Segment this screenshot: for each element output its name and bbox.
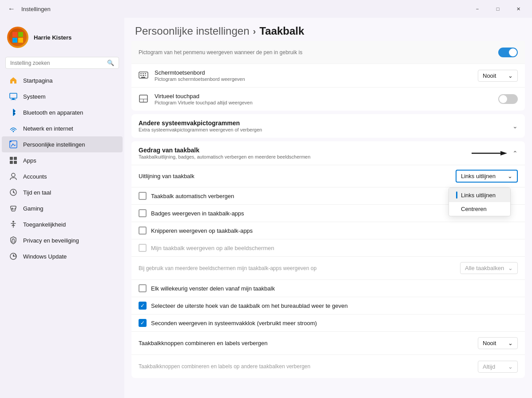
svg-point-16 <box>15 208 16 209</box>
svg-point-7 <box>13 131 14 132</box>
sidebar: Harrie Kisters 🔍 Startpagina <box>0 18 124 398</box>
breadcrumb-current: Taakbalk <box>259 25 304 37</box>
checkbox-knipperen-input[interactable] <box>139 227 147 235</box>
touchpad-title: Virtueel touchpad <box>155 93 253 100</box>
maximize-button[interactable]: □ <box>488 2 508 16</box>
back-button[interactable]: ← <box>5 3 18 15</box>
selection-indicator <box>456 191 457 199</box>
personalize-icon <box>9 140 18 149</box>
chevron-down-icon: ⌄ <box>512 123 518 130</box>
chevron-down-icon: ⌄ <box>508 72 513 79</box>
meerdere-dropdown[interactable]: Alle taakbalken ⌄ <box>460 262 518 274</box>
meerdere-dropdown-row: Bij gebruik van meerdere beeldschermen m… <box>131 257 525 280</box>
checkbox-venster-input[interactable] <box>139 284 147 292</box>
search-box[interactable]: 🔍 <box>5 57 119 69</box>
main-layout: Harrie Kisters 🔍 Startpagina <box>0 18 532 398</box>
andere-sectie-header[interactable]: Andere systeemvakpictogrammen Extra syst… <box>131 114 525 138</box>
sidebar-item-netwerk[interactable]: Netwerk en internet <box>2 120 123 136</box>
svg-rect-28 <box>141 77 145 78</box>
svg-rect-27 <box>145 75 146 76</box>
minimize-button[interactable]: − <box>467 2 488 16</box>
andere-sectie-card: Andere systeemvakpictogrammen Extra syst… <box>131 114 525 138</box>
content-scroll: Pictogram van het penmenu weergeven wann… <box>124 41 532 398</box>
touchpad-icon <box>139 94 149 104</box>
checkbox-badges-input[interactable] <box>139 209 147 217</box>
sidebar-item-apps[interactable]: Apps <box>2 152 123 168</box>
option-links[interactable]: Links uitlijnen <box>449 188 510 202</box>
checkbox-venster-label: Elk willekeurig venster delen vanaf mijn… <box>151 285 275 292</box>
schermtoetsenbord-row: Schermtoetsenbord Pictogram schermtoetse… <box>131 64 525 88</box>
checkbox-hoek-input[interactable]: ✓ <box>139 302 147 310</box>
apps-icon <box>9 156 18 165</box>
andere-sectie-desc: Extra systeemvakpictogrammen weergeven o… <box>139 127 262 132</box>
combineren1-row: Taakbalkknoppen combineren en labels ver… <box>131 332 525 355</box>
checkbox-meerdere-input[interactable] <box>139 244 147 252</box>
schermtoetsenbord-dropdown[interactable]: Nooit ⌄ <box>478 70 518 82</box>
schermtoetsenbord-title: Schermtoetsenbord <box>155 69 245 76</box>
top-settings-card: Pictogram van het penmenu weergeven wann… <box>131 41 525 111</box>
checkbox-verbergen-input[interactable] <box>139 192 147 200</box>
svg-rect-6 <box>11 100 16 100</box>
sidebar-item-tijd[interactable]: Tijd en taal <box>2 184 123 200</box>
uitlijning-dropdown[interactable]: Links uitlijnen ⌄ <box>456 170 518 183</box>
svg-point-18 <box>12 221 14 223</box>
meerdere-dropdown-label: Bij gebruik van meerdere beeldschermen m… <box>139 265 317 271</box>
uitlijning-dropdown-menu: Links uitlijnen Centreren <box>449 187 511 216</box>
penmenu-title: Pictogram van het penmenu weergeven wann… <box>139 49 302 56</box>
sidebar-item-gaming[interactable]: Gaming <box>2 200 123 216</box>
svg-rect-19 <box>12 240 15 242</box>
arrow-indicator <box>472 149 507 158</box>
combineren2-row: Taakbalkknoppen combineren en labels op … <box>131 355 525 378</box>
uitlijning-row: Uitlijning van taakbalk Links uitlijnen … <box>131 165 525 187</box>
sidebar-item-accounts[interactable]: Accounts <box>2 168 123 184</box>
checkbox-knipperen: Knipperen weergeven op taakbalk-apps <box>131 222 525 239</box>
avatar <box>7 27 28 48</box>
touchpad-toggle[interactable] <box>498 94 518 104</box>
sidebar-item-bluetooth[interactable]: Bluetooth en apparaten <box>2 104 123 120</box>
bluetooth-icon <box>9 108 18 117</box>
titlebar-controls: − □ ✕ <box>467 2 528 16</box>
svg-rect-22 <box>140 73 142 74</box>
user-name: Harrie Kisters <box>34 34 71 41</box>
combineren1-dropdown[interactable]: Nooit ⌄ <box>478 337 518 349</box>
gedrag-sectie-title: Gedrag van taakbalk <box>139 147 310 154</box>
option-centreren[interactable]: Centreren <box>449 202 510 216</box>
search-input[interactable] <box>10 60 103 66</box>
checkbox-seconden-input[interactable]: ✓ <box>139 319 147 327</box>
titlebar-title: Instellingen <box>21 6 51 12</box>
uitlijning-label: Uitlijning van taakbalk <box>139 173 195 179</box>
svg-rect-12 <box>10 161 13 164</box>
checkbox-knipperen-label: Knipperen weergeven op taakbalk-apps <box>151 227 253 234</box>
svg-rect-2 <box>12 38 17 43</box>
checkbox-hoek: ✓ Selecteer de uiterste hoek van de taak… <box>131 297 525 314</box>
privacy-icon <box>9 236 18 245</box>
svg-rect-4 <box>10 93 17 98</box>
svg-point-17 <box>14 209 15 210</box>
sidebar-item-toegankelijkheid[interactable]: Toegankelijkheid <box>2 216 123 232</box>
breadcrumb-parent: Persoonlijke instellingen <box>135 25 249 37</box>
system-icon <box>9 92 18 101</box>
gaming-icon <box>9 204 18 213</box>
search-icon: 🔍 <box>107 60 114 66</box>
sidebar-item-persoonlijk[interactable]: Persoonlijke instellingen <box>2 136 123 152</box>
penmenu-toggle[interactable] <box>498 48 518 57</box>
checkbox-seconden-label: Seconden weergeven in systeemvakklok (ve… <box>151 320 317 326</box>
svg-point-14 <box>12 173 15 177</box>
content-area: Persoonlijke instellingen › Taakbalk Pic… <box>124 18 532 398</box>
sidebar-item-systeem[interactable]: Systeem <box>2 88 123 104</box>
svg-rect-5 <box>12 99 15 100</box>
combineren2-label: Taakbalkknoppen combineren en labels op … <box>139 363 310 370</box>
sidebar-item-winupdate[interactable]: Windows Update <box>2 248 123 264</box>
combineren2-dropdown[interactable]: Altijd ⌄ <box>478 361 518 373</box>
gedrag-card: Gedrag van taakbalk Taakbalkuitlijning, … <box>131 141 525 378</box>
gedrag-sectie-header[interactable]: Gedrag van taakbalk Taakbalkuitlijning, … <box>131 141 525 165</box>
checkbox-meerdere-label: Mijn taakbalk weergeven op alle beeldsch… <box>151 245 274 251</box>
titlebar: ← Instellingen − □ ✕ <box>0 0 532 18</box>
checkbox-venster: Elk willekeurig venster delen vanaf mijn… <box>131 280 525 297</box>
sidebar-item-privacy[interactable]: Privacy en beveiliging <box>2 232 123 248</box>
breadcrumb: Persoonlijke instellingen › Taakbalk <box>135 25 521 37</box>
home-icon <box>9 76 18 85</box>
sidebar-item-startpagina[interactable]: Startpagina <box>2 72 123 88</box>
close-button[interactable]: ✕ <box>508 2 528 16</box>
chevron-down-icon: ⌄ <box>508 340 513 346</box>
